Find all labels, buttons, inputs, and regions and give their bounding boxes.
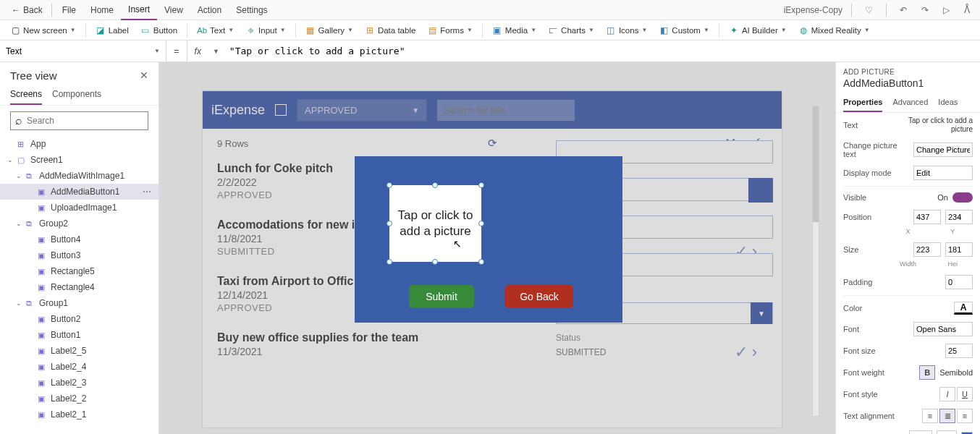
charts-label: Charts <box>561 26 586 35</box>
chevron-down-icon: ▼ <box>347 27 353 33</box>
tree-node-button2[interactable]: ▣Button2 <box>0 311 159 327</box>
size-h-input[interactable] <box>945 242 973 257</box>
redo-icon[interactable]: ↷ <box>917 2 933 18</box>
property-name: Text <box>6 46 22 56</box>
tree-node-screen1[interactable]: ⌄▢Screen1 <box>0 152 159 168</box>
tab-screens[interactable]: Screens <box>10 85 42 105</box>
bold-button[interactable]: B <box>919 365 935 380</box>
resize-handle[interactable] <box>386 259 392 265</box>
tree-node-addmediawithimage1[interactable]: ⌄⧉AddMediaWithImage1 <box>0 168 159 184</box>
resize-handle[interactable] <box>432 259 438 265</box>
back-button[interactable]: ← Back <box>6 2 48 18</box>
health-icon[interactable]: ♡ <box>861 2 877 18</box>
close-icon[interactable]: ✕ <box>140 69 148 82</box>
prop-text-value[interactable]: Tap or click to add a picture <box>908 116 973 134</box>
new-screen-button[interactable]: ▢ New screen ▼ <box>6 23 80 38</box>
gallery-button[interactable]: ▦ Gallery ▼ <box>301 23 358 38</box>
resize-handle[interactable] <box>432 182 438 188</box>
tree-node-app[interactable]: ⊞App <box>0 136 159 152</box>
custom-button[interactable]: ◧ Custom ▼ <box>654 23 714 38</box>
share-icon[interactable]: ᐰ <box>960 2 974 18</box>
size-w-input[interactable] <box>913 242 941 257</box>
tree-node-group2[interactable]: ⌄⧉Group2 <box>0 216 159 231</box>
menu-insert[interactable]: Insert <box>121 0 157 20</box>
icons-button[interactable]: ◫ Icons ▼ <box>601 23 651 38</box>
mixedreality-button[interactable]: ◍ Mixed Reality ▼ <box>794 23 874 38</box>
tree-node-label2_5[interactable]: ▣Label2_5 <box>0 343 159 359</box>
resize-handle[interactable] <box>478 182 484 188</box>
align-center-button[interactable]: ≣ <box>939 409 955 423</box>
tree-search-input[interactable] <box>27 116 143 126</box>
formula-input[interactable] <box>224 41 980 61</box>
node-label: Rectangle5 <box>51 266 95 276</box>
resize-handle[interactable] <box>478 221 484 226</box>
tab-advanced[interactable]: Advanced <box>892 93 928 112</box>
input-button[interactable]: ⎆ Input ▼ <box>241 23 290 38</box>
button-button[interactable]: ▭ Button <box>136 23 182 38</box>
resize-handle[interactable] <box>478 259 484 265</box>
tree-node-addmediabutton1[interactable]: ▣AddMediaButton1⋯ <box>0 184 159 200</box>
node-icon: ⧉ <box>26 219 36 229</box>
tree-search[interactable]: ⌕ <box>10 111 148 130</box>
scrollbar[interactable] <box>812 106 819 417</box>
border-input[interactable] <box>937 430 957 434</box>
scrollbar-thumb[interactable] <box>813 106 819 222</box>
align-left-button[interactable]: ≡ <box>922 409 938 423</box>
position-y-input[interactable] <box>945 210 973 224</box>
border-style-button[interactable]: — ▾ <box>909 430 932 434</box>
goback-button[interactable]: Go Back <box>505 285 573 308</box>
padding-input[interactable] <box>945 275 973 289</box>
menu-action[interactable]: Action <box>190 1 229 20</box>
tree-node-label2_2[interactable]: ▣Label2_2 <box>0 391 159 407</box>
charts-button[interactable]: ⫍ Charts ▼ <box>544 23 599 38</box>
play-icon[interactable]: ▷ <box>939 2 954 18</box>
menu-view[interactable]: View <box>157 1 190 20</box>
tab-ideas[interactable]: Ideas <box>938 93 958 112</box>
label-button[interactable]: ◪ Label <box>91 23 133 38</box>
font-input[interactable] <box>913 322 973 336</box>
props-type: ADD PICTURE <box>836 62 980 77</box>
align-right-button[interactable]: ≡ <box>957 409 973 423</box>
resize-handle[interactable] <box>386 221 392 226</box>
italic-button[interactable]: I <box>939 387 955 401</box>
tree-node-label2_4[interactable]: ▣Label2_4 <box>0 359 159 375</box>
tree-node-rectangle4[interactable]: ▣Rectangle4 <box>0 279 159 295</box>
media-button[interactable]: ▣ Media ▼ <box>488 23 541 38</box>
prop-fontstyle-label: Font style <box>843 390 935 399</box>
menu-settings[interactable]: Settings <box>229 1 274 20</box>
menu-home[interactable]: Home <box>83 1 121 20</box>
tree-node-uploadedimage1[interactable]: ▣UploadedImage1 <box>0 200 159 216</box>
font-color-swatch[interactable]: A <box>954 302 973 315</box>
fontsize-input[interactable] <box>945 344 973 358</box>
menu-file[interactable]: File <box>55 1 83 20</box>
tab-components[interactable]: Components <box>52 85 101 105</box>
chevron-down-icon[interactable]: ▼ <box>208 48 224 55</box>
submit-button[interactable]: Submit <box>409 285 474 308</box>
tree-node-button1[interactable]: ▣Button1 <box>0 327 159 343</box>
text-button[interactable]: Ab Text ▼ <box>193 23 238 38</box>
property-selector[interactable]: Text ▼ <box>0 41 166 61</box>
tree-node-button4[interactable]: ▣Button4 <box>0 231 159 247</box>
tab-properties[interactable]: Properties <box>843 93 882 112</box>
more-icon[interactable]: ⋯ <box>143 187 151 197</box>
visible-toggle[interactable] <box>952 192 973 203</box>
fx-label: fx <box>187 46 208 56</box>
resize-handle[interactable] <box>386 182 392 188</box>
node-icon: ⧉ <box>26 171 36 181</box>
cube-icon: ◍ <box>798 25 808 35</box>
undo-icon[interactable]: ↶ <box>895 2 911 18</box>
prop-displaymode-input[interactable] <box>913 166 973 180</box>
app-screen: iExpense APPROVED ▼ 9 Rows ⟳ ✕ ✓ Lunch f… <box>203 91 782 427</box>
tree-node-group1[interactable]: ⌄⧉Group1 <box>0 295 159 311</box>
tree-node-label2_1[interactable]: ▣Label2_1 <box>0 407 159 422</box>
tree-node-label2_3[interactable]: ▣Label2_3 <box>0 375 159 391</box>
tree-node-button3[interactable]: ▣Button3 <box>0 247 159 263</box>
aibuilder-button[interactable]: ✦ AI Builder ▼ <box>725 23 791 38</box>
datatable-button[interactable]: ⊞ Data table <box>360 23 420 38</box>
prop-change-input[interactable] <box>913 142 973 157</box>
tree-node-rectangle5[interactable]: ▣Rectangle5 <box>0 263 159 279</box>
add-media-button[interactable]: Tap or click to add a picture <box>389 185 481 262</box>
forms-button[interactable]: ▤ Forms ▼ <box>423 23 477 38</box>
position-x-input[interactable] <box>913 210 941 224</box>
underline-button[interactable]: U <box>957 387 973 401</box>
